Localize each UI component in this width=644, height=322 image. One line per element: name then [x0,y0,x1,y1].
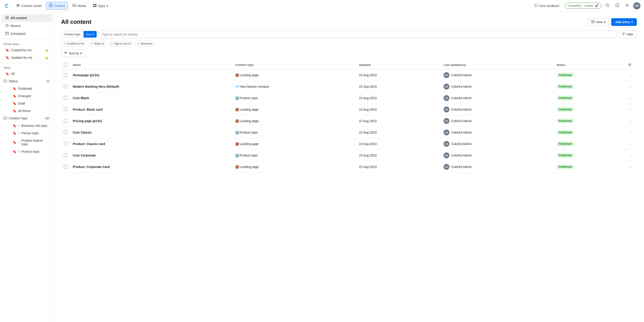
add-entry-button[interactable]: Add entry ▾ [611,18,637,26]
search-button[interactable] [604,2,611,10]
row-actions-button-6[interactable]: ··· [628,141,634,147]
filter-button[interactable]: Filter [618,30,637,38]
nav-content[interactable]: Content [46,2,68,10]
any-dropdown[interactable]: Any ▾ [84,31,96,38]
sidebar-item-product-topic[interactable]: 🔖 # Product topic [9,148,52,155]
last-updated-cell-2: CA Colorful Admin [444,95,551,101]
feedback-button[interactable]: Give feedback [532,3,563,9]
row-name-4: Pricing page (p13n) [73,119,102,123]
row-checkbox-1[interactable] [64,85,68,88]
chip-dot-3: ⊕ [137,43,139,45]
env-branch: master [584,4,594,8]
ct-icon-7: #️⃣ [235,154,239,157]
filter-icon [622,32,625,36]
updated-col-header: Updated [356,61,441,70]
nav-apps[interactable]: Apps ▾ [90,2,111,9]
sidebar-item-published[interactable]: 🔖 Published [9,85,52,92]
last-updated-cell-4: CA Colorful Admin [444,118,551,124]
select-all-checkbox[interactable] [64,63,68,66]
table-row: Product: Classic card 🟫 Landing page 22 … [61,138,637,150]
sort-chevron: ▾ [80,52,82,55]
updater-avatar-7: CA [444,152,450,158]
chip-taxonomy[interactable]: ⊕ Taxonomy [135,41,155,46]
folder-icon-status [4,79,7,83]
sidebar-item-views-all[interactable]: 🔖 All [2,70,52,77]
sidebar-group-content-type[interactable]: Content Type 24 [0,115,54,122]
row-actions-button-8[interactable]: ··· [628,164,634,170]
updated-value-4: 22 Aug 2023 [359,119,376,123]
settings-button[interactable] [623,2,631,10]
row-checkbox-2[interactable] [64,96,68,100]
recent-icon [6,24,9,28]
sidebar-item-business-info-topic[interactable]: 🔖 # Business info topic [9,122,52,129]
svg-rect-16 [592,20,592,21]
sidebar-item-scheduled[interactable]: Scheduled [2,30,52,38]
row-checkbox-8[interactable] [64,165,68,168]
sidebar-item-changed[interactable]: 🔖 Changed [9,92,52,100]
content-model-icon [16,4,20,8]
folder-icon-ct [4,116,7,120]
row-name-7: Coin Corporate [73,154,96,157]
row-checkbox-6[interactable] [64,142,68,145]
sidebar-item-recent[interactable]: Recent [2,22,52,30]
row-actions-button-1[interactable]: ··· [628,84,634,90]
sidebar-item-all-content[interactable]: All content [2,14,52,22]
row-checkbox-4[interactable] [64,119,68,123]
ct-col-header: Content Type [232,61,356,70]
row-actions-button-5[interactable]: ··· [628,130,634,135]
sidebar-item-archived[interactable]: 🔖 Archived [9,107,52,114]
product-feature-topic-label: Product feature topic [21,139,48,146]
chip-tags-is-one-of[interactable]: ⊕ Tags is one of [108,41,133,46]
nav-media[interactable]: Media [70,2,88,9]
last-updated-cell-8: CA Colorful Admin [444,164,551,170]
chip-status-is[interactable]: ⊕ Status is [88,41,107,46]
nav-content-model[interactable]: Content model [14,2,44,9]
created-by-me-label: Created by me [11,48,32,52]
last-updated-cell-6: CA Colorful Admin [444,141,551,147]
row-checkbox-5[interactable] [64,130,68,134]
bookmark-icon-created: 🔖 [6,48,9,52]
logo[interactable] [4,3,10,9]
row-checkbox-3[interactable] [64,108,68,111]
row-actions-button-4[interactable]: ··· [628,118,634,124]
row-actions-button-7[interactable]: ··· [628,153,634,158]
avatar-initials: AR [635,4,638,8]
sidebar-item-product-feature-topic[interactable]: 🔖 # Product feature topic [9,137,52,148]
updater-avatar-0: CA [444,72,450,78]
chip-created-by-me[interactable]: ⊕ Created by me [61,41,87,46]
sidebar-group-status[interactable]: Status 4 [0,78,54,85]
sort-button[interactable]: Sort by ▾ [61,50,85,57]
sidebar: All content Recent Scheduled Private vie… [0,12,54,322]
updated-value-6: 22 Aug 2023 [359,142,376,146]
header-actions: View ▾ Add entry ▾ [588,18,637,26]
sidebar-item-updated-by-me[interactable]: 🔖 Updated by me 🔒 [2,54,52,61]
ct-value-0: Landing page [240,73,259,77]
chip-dot-1: ⊕ [91,43,93,45]
pft-icon: # [18,141,20,144]
help-button[interactable]: ? [614,2,621,10]
env-switcher[interactable]: Contentful › master 🚀 [565,3,601,9]
view-button[interactable]: View ▾ [588,18,609,26]
row-checkbox-7[interactable] [64,153,68,157]
row-checkbox-0[interactable] [64,73,68,77]
avatar[interactable]: AR [633,2,640,10]
updated-value-3: 22 Aug 2023 [359,108,376,111]
row-actions-button-2[interactable]: ··· [628,95,634,101]
sidebar-item-created-by-me[interactable]: 🔖 Created by me 🔒 [2,47,52,54]
search-input[interactable] [99,31,617,38]
row-actions-button-0[interactable]: ··· [628,72,634,78]
row-actions-button-3[interactable]: ··· [628,107,634,112]
content-table: Name Content Type Updated Last updated b… [61,61,637,173]
hamburger-icon [6,16,9,20]
row-name-2: Coin Black [73,96,89,100]
last-updated-cell-7: CA Colorful Admin [444,152,551,158]
status-badge-3: Published [556,107,574,112]
sidebar-item-person-topic[interactable]: 🔖 # Person topic [9,130,52,137]
chip-label-3: Taxonomy [140,42,152,45]
sidebar-item-draft[interactable]: 🔖 Draft [9,100,52,107]
content-type-group: Content type Any ▾ [61,31,97,38]
table-settings-icon[interactable]: ⚙ [628,63,631,67]
table-row: Product: Corporate Card 🟫 Landing page 2… [61,161,637,173]
product-topic-label: Product topic [21,150,40,153]
updater-avatar-3: CA [444,107,450,112]
